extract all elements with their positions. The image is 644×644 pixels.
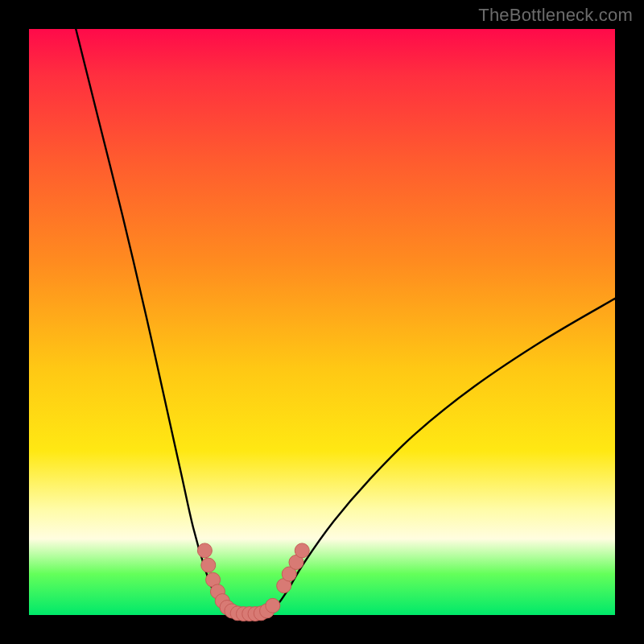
chart-frame: TheBottleneck.com bbox=[0, 0, 644, 644]
valley-marker bbox=[295, 543, 309, 558]
valley-marker bbox=[266, 598, 280, 613]
series-right-branch bbox=[269, 299, 615, 614]
watermark-label: TheBottleneck.com bbox=[478, 5, 633, 26]
plot-area bbox=[29, 29, 615, 615]
series-layer bbox=[76, 29, 615, 615]
valley-marker bbox=[197, 543, 212, 558]
series-left-branch bbox=[76, 29, 233, 614]
valley-marker bbox=[201, 558, 216, 572]
chart-svg bbox=[29, 29, 615, 615]
